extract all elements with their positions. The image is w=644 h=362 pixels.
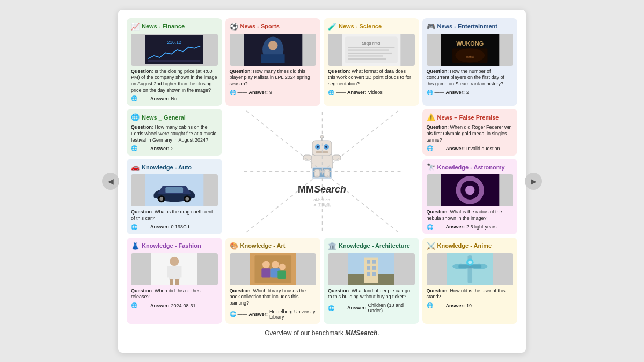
architecture-title: Knowledge - Architecture — [339, 242, 410, 249]
sports-answer: 🌐—— Answer: 9 — [230, 90, 317, 95]
architecture-question: Question: What kind of people can go to … — [328, 288, 415, 300]
art-question: Question: Which library houses the book … — [230, 288, 317, 307]
svg-point-52 — [159, 197, 163, 201]
svg-point-85 — [452, 263, 469, 269]
auto-image — [131, 174, 218, 206]
nav-left-arrow[interactable]: ◀ — [102, 173, 119, 190]
sports-title: News - Sports — [240, 23, 280, 29]
svg-text:WUKONG: WUKONG — [456, 40, 484, 46]
card-fashion: 👗 Knowledge - Fashion Question: When did… — [127, 238, 222, 324]
finance-question: Question: Is the closing price (at 4:00 … — [131, 69, 218, 94]
astronomy-answer: 🌐—— Answer: 2.5 light-years — [427, 224, 514, 230]
general-icon: 🌐 — [131, 113, 140, 121]
svg-point-35 — [320, 135, 324, 138]
svg-rect-58 — [167, 266, 172, 277]
finance-title: News - Finance — [142, 23, 185, 29]
svg-point-86 — [471, 263, 487, 269]
auto-question: Question: What is the drag coefficient o… — [131, 209, 218, 221]
art-title: Knowledge - Art — [240, 242, 286, 249]
auto-answer: 🌐—— Answer: 0.198Cd — [131, 224, 218, 230]
false-premise-icon: ⚠️ — [427, 113, 435, 121]
auto-title: Knowledge - Auto — [142, 164, 192, 171]
anime-title: Knowledge - Anime — [437, 242, 492, 249]
card-sports: ⚽ News - Sports Question: How many times… — [225, 18, 321, 106]
svg-rect-69 — [277, 270, 286, 278]
svg-point-53 — [185, 197, 189, 201]
false-premise-question: Question: When did Roger Federer win his… — [427, 124, 514, 143]
svg-rect-42 — [324, 169, 330, 177]
card-architecture: 🏛️ Knowledge - Architecture — [324, 238, 419, 324]
general-question: Question: How many cabins on the Ferris … — [131, 124, 218, 143]
astronomy-icon: 🔭 — [427, 163, 435, 171]
svg-rect-38 — [333, 155, 341, 160]
card-auto: 🚗 Knowledge - Auto Question: What is t — [127, 159, 222, 234]
card-science: 🧪 News - Science SnapPrinter Question: W… — [324, 18, 419, 106]
svg-rect-6 — [261, 54, 284, 63]
card-general-header: 🌐 News _ General — [131, 113, 218, 121]
card-astronomy-header: 🔭 Knowledge - Astronomy — [427, 163, 514, 171]
svg-point-5 — [268, 41, 277, 50]
svg-point-33 — [325, 146, 327, 148]
finance-answer: 🌐—— Answer: No — [131, 95, 218, 101]
svg-rect-14 — [348, 58, 386, 59]
svg-rect-77 — [372, 266, 376, 270]
card-anime-header: ⚔️ Knowledge - Anime — [427, 242, 514, 250]
entertainment-icon: 🎮 — [427, 23, 435, 31]
svg-point-45 — [465, 186, 474, 195]
card-science-header: 🧪 News - Science — [328, 23, 415, 31]
astronomy-question: Question: What is the radius of the nebu… — [427, 209, 514, 221]
card-finance: 📈 News - Finance 216.12 Question: Is the… — [127, 18, 222, 106]
svg-line-22 — [244, 172, 322, 234]
nav-right-arrow[interactable]: ▶ — [525, 173, 542, 190]
svg-rect-11 — [348, 49, 389, 50]
svg-rect-78 — [367, 272, 370, 276]
card-false-premise: ⚠️ News – False Premise Question: When d… — [422, 109, 518, 156]
art-image — [230, 253, 317, 285]
anime-question: Question: How old is the user of this st… — [427, 288, 514, 300]
svg-rect-76 — [367, 266, 370, 270]
svg-rect-61 — [175, 279, 179, 285]
card-finance-header: 📈 News - Finance — [131, 23, 218, 31]
svg-rect-37 — [303, 155, 311, 160]
svg-rect-60 — [170, 279, 173, 285]
card-sports-header: ⚽ News - Sports — [230, 23, 317, 31]
svg-line-23 — [322, 172, 400, 234]
svg-text:SnapPrinter: SnapPrinter — [362, 41, 381, 45]
robot-logo — [301, 135, 343, 181]
general-answer: 🌐—— Answer: 2 — [131, 145, 218, 151]
svg-rect-2 — [148, 60, 200, 62]
card-false-premise-header: ⚠️ News – False Premise — [427, 113, 514, 121]
svg-rect-10 — [348, 47, 394, 48]
general-title: News _ General — [142, 114, 186, 121]
svg-rect-79 — [372, 272, 376, 276]
svg-point-65 — [272, 261, 279, 268]
entertainment-question: Question: How the number of concurrent p… — [427, 69, 514, 87]
auto-icon: 🚗 — [131, 163, 140, 171]
card-art-header: 🎨 Knowledge - Art — [230, 242, 317, 250]
architecture-answer: 🌐—— Answer: Children (18 and Under) — [328, 302, 415, 313]
sports-question: Question: How many times did this player… — [230, 69, 317, 87]
finance-image: 216.12 — [131, 34, 218, 66]
architecture-icon: 🏛️ — [328, 242, 336, 250]
fashion-icon: 👗 — [131, 242, 140, 250]
entertainment-title: News - Entertainment — [437, 23, 497, 29]
svg-rect-59 — [177, 266, 182, 277]
svg-point-64 — [262, 261, 270, 268]
card-general: 🌐 News _ General Question: How many cabi… — [127, 109, 222, 156]
overview-text: Overview of our benchmark MMSearch. — [127, 329, 517, 337]
finance-icon: 📈 — [131, 23, 140, 31]
art-answer: 🌐—— Answer: Heidelberg University Librar… — [230, 309, 317, 320]
anime-image — [427, 253, 514, 285]
fashion-answer: 🌐—— Answer: 2024-08-31 — [131, 302, 218, 308]
slide-container: 📈 News - Finance 216.12 Question: Is the… — [118, 10, 526, 353]
svg-text:216.12: 216.12 — [167, 40, 182, 45]
fashion-question: Question: When did this clothes release? — [131, 288, 218, 300]
anime-answer: 🌐—— Answer: 19 — [427, 302, 514, 308]
anime-icon: ⚔️ — [427, 242, 435, 250]
astronomy-title: Knowledge - Astronomy — [437, 164, 505, 171]
svg-rect-67 — [261, 268, 270, 277]
main-grid: 📈 News - Finance 216.12 Question: Is the… — [127, 18, 517, 324]
entertainment-image: WUKONG 黑神话 — [427, 34, 514, 66]
svg-rect-36 — [316, 151, 328, 153]
svg-point-66 — [279, 263, 285, 270]
